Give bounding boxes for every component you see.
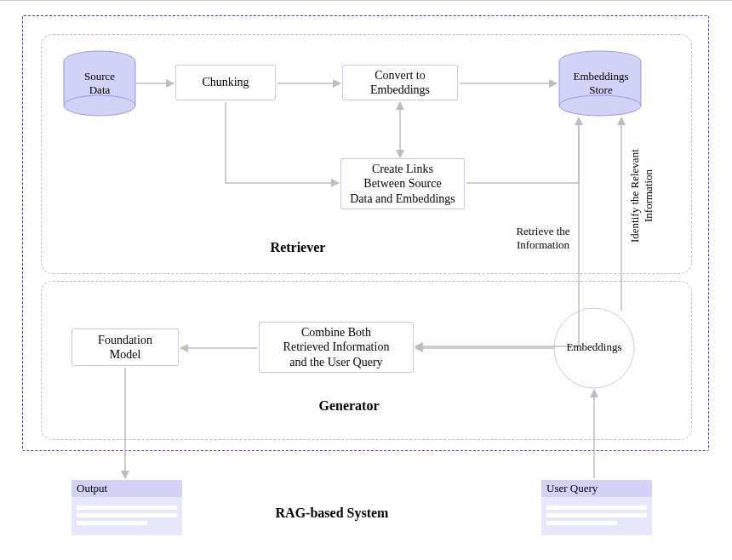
user-query-note: User Query <box>541 480 652 531</box>
embeddings-label: Embeddings <box>560 340 628 354</box>
user-query-header: User Query <box>541 480 652 497</box>
chunking-box: Chunking <box>175 65 276 100</box>
generator-title: Generator <box>298 398 400 414</box>
retriever-title: Retriever <box>247 240 349 255</box>
embeddings-store-label: Embeddings Store <box>561 70 641 96</box>
output-note: Output <box>71 480 182 531</box>
retrieve-label: Retrieve the Information <box>500 225 586 251</box>
system-title: RAG-based System <box>238 506 426 521</box>
output-header: Output <box>71 480 182 497</box>
source-data-label: Source Data <box>66 70 134 96</box>
convert-box: Convert to Embeddings <box>342 65 458 100</box>
combine-box: Combine Both Retrieved Information and t… <box>259 322 414 373</box>
foundation-model-box: Foundation Model <box>71 329 179 366</box>
identify-label: Identify the Relevant Information <box>628 136 655 255</box>
create-links-box: Create Links Between Source Data and Emb… <box>340 158 465 209</box>
